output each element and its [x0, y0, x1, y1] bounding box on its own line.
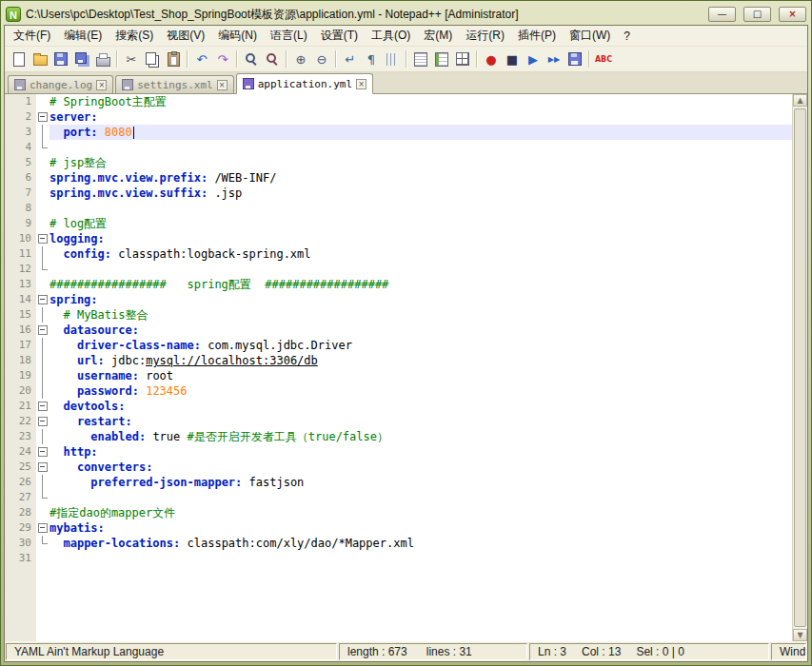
zoom-out-icon[interactable]: ⊖: [311, 49, 332, 69]
minimize-button[interactable]: —: [708, 7, 736, 22]
function-list-icon[interactable]: [431, 49, 452, 69]
menu-item[interactable]: 插件(P): [511, 26, 563, 46]
new-file-icon[interactable]: [9, 49, 30, 69]
editor-line-14[interactable]: 14spring:: [5, 292, 792, 307]
editor-line-11[interactable]: 11 config: classpath:logback-spring.xml: [5, 246, 792, 262]
editor-line-4[interactable]: 4: [5, 140, 792, 155]
fold-collapse-icon[interactable]: [36, 460, 50, 475]
editor-line-26[interactable]: 26 preferred-json-mapper: fastjson: [5, 475, 792, 490]
editor-line-27[interactable]: 27: [5, 490, 792, 505]
play-macro-icon[interactable]: ▶: [523, 49, 544, 69]
redo-icon[interactable]: ↷: [212, 49, 233, 69]
close-button[interactable]: ×: [779, 7, 806, 22]
editor-line-30[interactable]: 30 mapper-locations: classpath:com/xly/d…: [5, 536, 792, 551]
tab-settings.xml[interactable]: settings.xml×: [115, 75, 233, 93]
editor-line-15[interactable]: 15 # MyBatis整合: [5, 307, 792, 323]
fold-collapse-icon[interactable]: [36, 323, 50, 338]
tab-close-icon[interactable]: ×: [356, 79, 366, 89]
editor-line-29[interactable]: 29mybatis:: [5, 520, 792, 536]
editor-line-1[interactable]: 1# SpringBoot主配置: [5, 94, 792, 109]
menu-item[interactable]: 工具(O): [365, 26, 417, 46]
copy-icon[interactable]: [142, 49, 163, 69]
menu-item[interactable]: 设置(T): [314, 26, 365, 46]
tab-close-icon[interactable]: ×: [217, 80, 228, 90]
editor-line-24[interactable]: 24 http:: [5, 444, 792, 460]
menu-item[interactable]: 文件(F): [7, 26, 57, 46]
editor-line-13[interactable]: 13################# spring配置 ###########…: [5, 277, 792, 292]
maximize-button[interactable]: □: [743, 7, 771, 22]
stop-macro-icon[interactable]: ■: [502, 49, 523, 69]
find-icon[interactable]: [241, 49, 262, 69]
save-icon[interactable]: [50, 49, 71, 69]
tab-change.log[interactable]: change.log×: [8, 75, 113, 93]
fold-collapse-icon[interactable]: [36, 520, 50, 536]
fold-collapse-icon[interactable]: [36, 414, 50, 429]
menu-item[interactable]: ?: [617, 28, 637, 45]
document-map-icon[interactable]: [410, 49, 431, 69]
spell-check-icon[interactable]: ABC: [593, 49, 614, 69]
scroll-up-icon[interactable]: ▲: [793, 94, 807, 107]
run-macro-multiple-icon[interactable]: ▶▶: [544, 49, 564, 69]
editor-line-7[interactable]: 7spring.mvc.view.suffix: .jsp: [5, 186, 792, 201]
line-number: 25: [5, 460, 36, 475]
editor-line-6[interactable]: 6spring.mvc.view.prefix: /WEB-INF/: [5, 170, 792, 186]
zoom-in-icon[interactable]: ⊕: [290, 49, 311, 69]
menu-item[interactable]: 搜索(S): [109, 26, 160, 46]
editor-line-23[interactable]: 23 enabled: true #是否开启开发者工具（true/false）: [5, 429, 792, 444]
tab-close-icon[interactable]: ×: [96, 80, 107, 90]
editor-line-5[interactable]: 5# jsp整合: [5, 155, 792, 170]
editor[interactable]: 1# SpringBoot主配置2server:3 port: 808045# …: [5, 94, 807, 641]
editor-line-9[interactable]: 9# log配置: [5, 216, 792, 231]
vertical-scrollbar[interactable]: ▲ ▼: [792, 94, 807, 641]
paste-icon[interactable]: [163, 49, 184, 69]
editor-line-31[interactable]: 31: [5, 551, 792, 566]
print-icon[interactable]: [92, 49, 113, 69]
token-t: true: [146, 430, 187, 443]
editor-line-8[interactable]: 8: [5, 201, 792, 216]
editor-line-19[interactable]: 19 username: root: [5, 368, 792, 383]
save-macro-icon[interactable]: [564, 49, 585, 69]
editor-line-21[interactable]: 21 devtools:: [5, 399, 792, 414]
open-file-icon[interactable]: [30, 49, 50, 69]
editor-line-3[interactable]: 3 port: 8080: [5, 125, 792, 140]
save-all-icon[interactable]: [71, 49, 92, 69]
editor-line-17[interactable]: 17 driver-class-name: com.mysql.jdbc.Dri…: [5, 338, 792, 353]
token-c: #是否开启开发者工具（true/false）: [188, 430, 388, 443]
menu-item[interactable]: 宏(M): [417, 26, 459, 46]
menu-item[interactable]: 编码(N): [211, 26, 264, 46]
editor-line-16[interactable]: 16 datasource:: [5, 323, 792, 338]
fold-collapse-icon[interactable]: [36, 444, 50, 460]
fold-collapse-icon[interactable]: [36, 109, 50, 125]
fold-collapse-icon[interactable]: [36, 231, 50, 246]
menu-item[interactable]: 运行(R): [459, 26, 511, 46]
scroll-thumb[interactable]: [794, 108, 806, 627]
notepadpp-window: N C:\Users\pc\Desktop\Test_Shop_SpringBo…: [0, 0, 812, 666]
code-text: http:: [50, 444, 792, 460]
undo-icon[interactable]: ↶: [191, 49, 212, 69]
menu-item[interactable]: 视图(V): [160, 26, 211, 46]
show-all-characters-icon[interactable]: ¶: [361, 49, 382, 69]
fold-collapse-icon[interactable]: [36, 292, 50, 307]
menu-item[interactable]: 编辑(E): [57, 26, 109, 46]
editor-line-10[interactable]: 10logging:: [5, 231, 792, 246]
editor-line-18[interactable]: 18 url: jdbc:mysql://localhost:3306/db: [5, 353, 792, 368]
record-macro-icon[interactable]: ●: [481, 49, 502, 69]
editor-line-12[interactable]: 12: [5, 262, 792, 277]
tab-application.yml[interactable]: application.yml×: [236, 73, 373, 94]
editor-line-28[interactable]: 28#指定dao的mapper文件: [5, 505, 792, 520]
cut-icon[interactable]: ✂: [121, 49, 142, 69]
menu-item[interactable]: 语言(L): [264, 26, 314, 46]
editor-line-20[interactable]: 20 password: 123456: [5, 383, 792, 399]
replace-icon[interactable]: [262, 49, 283, 69]
column-position-label: Col : 13: [582, 645, 621, 658]
indent-guide-icon[interactable]: [382, 49, 403, 69]
doc-switcher-icon[interactable]: [452, 49, 473, 69]
menu-item[interactable]: 窗口(W): [563, 26, 617, 46]
word-wrap-icon[interactable]: ↵: [340, 49, 361, 69]
editor-line-22[interactable]: 22 restart:: [5, 414, 792, 429]
token-c: ################# spring配置 #############…: [50, 278, 388, 291]
fold-collapse-icon[interactable]: [36, 399, 50, 414]
editor-line-25[interactable]: 25 converters:: [5, 460, 792, 475]
scroll-down-icon[interactable]: ▼: [793, 629, 807, 641]
editor-line-2[interactable]: 2server:: [5, 109, 792, 125]
